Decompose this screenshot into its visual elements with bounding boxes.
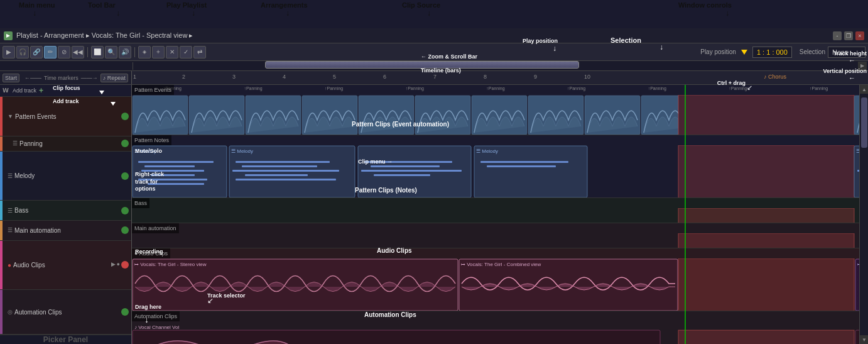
track-color-main-auto	[0, 221, 3, 240]
panning-label-3: ↑Panning	[325, 86, 343, 95]
bass-clips-svg	[132, 208, 859, 223]
zoom-scroll-thumb[interactable]	[265, 61, 579, 69]
svg-rect-14	[236, 161, 330, 163]
track-row-bass[interactable]: ☰ Bass	[0, 201, 131, 221]
svg-text:♪ Vocal Channel Vol: ♪ Vocal Channel Vol	[134, 325, 179, 330]
svg-rect-2	[678, 95, 854, 135]
track-color-melody	[0, 152, 3, 201]
clip-row-main-auto[interactable]: Main automation	[132, 223, 859, 248]
close-button[interactable]: ×	[855, 31, 864, 40]
link-button[interactable]: 🔗	[30, 46, 43, 58]
track-mute-auto-clips[interactable]	[121, 308, 129, 316]
pencil-button[interactable]: ✏	[44, 46, 57, 58]
track-labels-panel: 𝗪 Add track + ▼ Pattern Events ☰ Panning	[0, 85, 132, 344]
track-mute-main-auto[interactable]	[121, 226, 129, 234]
headphones-button[interactable]: 🎧	[16, 46, 29, 58]
zoom-scroll-bar[interactable]: ▶	[0, 61, 868, 71]
play-position-value: 1 : 1 : 000	[752, 47, 792, 58]
timeline-content[interactable]: 1 2 3 4 5 6 7 8 9 10 ♪ Chorus	[132, 71, 868, 84]
selection-label: Selection	[800, 48, 825, 55]
svg-rect-9	[151, 174, 195, 176]
track-row-melody[interactable]: ☰ Melody	[0, 152, 131, 201]
panning-label-6: ↑Panning	[567, 86, 585, 95]
restore-button[interactable]: ❐	[844, 31, 853, 40]
tool-bar-arrow: ↓	[116, 9, 120, 18]
track-mute-pattern-events[interactable]	[121, 113, 129, 120]
track-row-pattern-events[interactable]: ▼ Pattern Events	[0, 97, 131, 136]
scroll-right-arrow[interactable]: ▶	[858, 62, 867, 70]
svg-text:↦ Vocals: The Girl - Combined : ↦ Vocals: The Girl - Combined view	[461, 262, 541, 267]
clip-source-arrow: ↓	[427, 9, 431, 18]
svg-rect-15	[242, 165, 317, 167]
clip-row-pattern-events[interactable]: Pattern Events ↑Panning ↑Panning ↑Pannin…	[132, 85, 859, 135]
track-row-audio[interactable]: ● Audio Clips ▶ ●	[0, 241, 131, 291]
scrollbar-right[interactable]: ▲ ▼	[859, 85, 868, 344]
title-bar-text: Playlist - Arrangement ▸ Vocals: The Gir…	[16, 31, 833, 40]
svg-rect-20	[364, 161, 452, 163]
audio-clips-svg: ↦ Vocals: The Girl - Stereo view ↦ Vocal…	[132, 258, 859, 311]
clip-row-header-auto: Automation Clips	[132, 311, 180, 321]
panning-label-5: ↑Panning	[486, 86, 504, 95]
audio-rec-btn[interactable]: ●	[117, 261, 120, 269]
clip-focus-icon[interactable]: ◈	[138, 46, 151, 58]
track-mute-audio[interactable]	[121, 261, 129, 269]
track-icon-main-auto: ☰	[8, 227, 13, 233]
add-track-row[interactable]: 𝗪 Add track +	[0, 85, 131, 97]
track-mute-panning[interactable]	[121, 140, 129, 147]
picker-panel-label: Picker Panel	[43, 335, 88, 344]
bar-3: 3	[232, 74, 236, 80]
timeline-start-btn[interactable]: Start	[3, 74, 19, 82]
clip-check-button[interactable]: ✓	[180, 46, 192, 58]
svg-rect-1	[132, 95, 678, 135]
track-name-panning: Panning	[19, 140, 119, 147]
main-menu-button[interactable]: ▶	[3, 46, 15, 58]
clip-row-melody[interactable]: Pattern Notes ☰ Melody ☰ Melody	[132, 135, 859, 198]
clip-row-auto-clips[interactable]: Automation Clips ♪ Vocal Channel Vol	[132, 311, 859, 344]
app-icon: ▶	[4, 31, 13, 40]
minimize-button[interactable]: -	[833, 31, 842, 40]
track-row-auto-clips[interactable]: ◎ Automation Clips	[0, 290, 131, 335]
clip-row-audio[interactable]: ● Audio Clips ↦ Vocals: The Girl - Stere…	[132, 248, 859, 311]
zoom-button[interactable]: 🔍	[105, 46, 117, 58]
bar-8: 8	[484, 74, 487, 80]
track-color-bass	[0, 201, 3, 220]
scroll-up-arrow[interactable]: ▲	[860, 85, 868, 94]
track-row-main-auto[interactable]: ☰ Main automation	[0, 221, 131, 241]
clip-add-button[interactable]: +	[152, 46, 165, 58]
volume-button[interactable]: 🔊	[119, 46, 131, 58]
track-icon-panning: ☰	[13, 140, 18, 147]
panning-label-8: ↑Panning	[729, 86, 747, 95]
scrollbar-thumb-vertical[interactable]	[861, 97, 867, 148]
zoom-scroll-content[interactable]	[133, 61, 858, 70]
clip-swap-button[interactable]: ⇄	[193, 46, 206, 58]
track-name-auto-clips: Automation Clips	[14, 309, 119, 316]
timeline-repeat-btn[interactable]: ♪ Repeat	[100, 74, 128, 82]
title-bar-controls: - ❐ ×	[833, 31, 864, 40]
track-mute-melody[interactable]	[121, 172, 129, 180]
clip-row-header-main-auto: Main automation	[132, 223, 179, 233]
svg-rect-22	[361, 170, 462, 172]
rewind-button[interactable]: ◀◀	[72, 46, 84, 58]
svg-text:☰ Melody: ☰ Melody	[476, 148, 498, 154]
svg-rect-43	[857, 268, 859, 310]
scrollbar-track	[860, 94, 868, 335]
svg-rect-6	[138, 161, 214, 163]
bar-4: 4	[283, 74, 286, 80]
track-color-auto-clips	[0, 290, 3, 334]
title-bar: ▶ Playlist - Arrangement ▸ Vocals: The G…	[0, 28, 868, 43]
bar-5: 5	[333, 74, 336, 80]
arrangements-label: Arrangements	[261, 1, 308, 9]
select-button[interactable]: ⬜	[91, 46, 104, 58]
eraser-button[interactable]: ⊘	[58, 46, 70, 58]
audio-play-btn[interactable]: ▶	[111, 261, 116, 269]
track-row-panning[interactable]: ☰ Panning	[0, 136, 131, 152]
scroll-down-arrow[interactable]: ▼	[860, 335, 868, 344]
svg-rect-45	[133, 330, 660, 344]
add-track-button[interactable]: +	[39, 86, 43, 95]
clip-x-button[interactable]: ✕	[166, 46, 178, 58]
svg-text:↦ Vocals: The Girl - Spectral : ↦ Vocals: The Girl - Spectral view	[857, 262, 859, 267]
track-mute-bass[interactable]	[121, 207, 129, 214]
clip-row-bass[interactable]: Bass	[132, 198, 859, 223]
svg-rect-27	[487, 165, 556, 167]
svg-rect-35	[678, 233, 854, 248]
